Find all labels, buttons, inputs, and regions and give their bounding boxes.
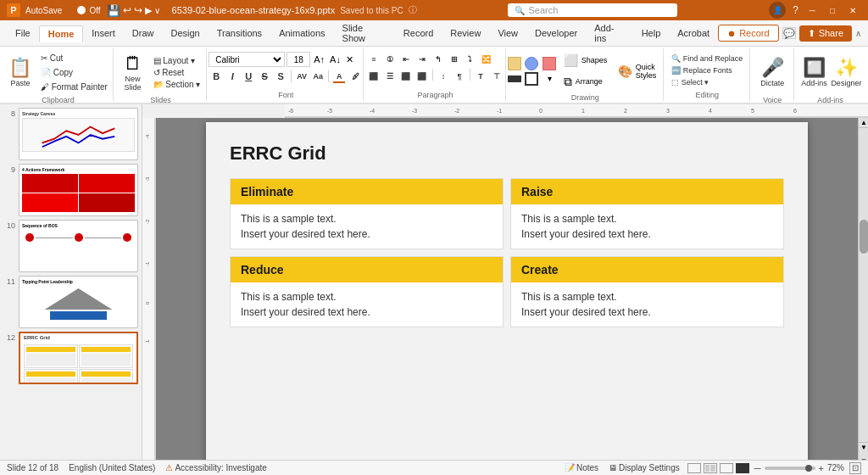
italic-button[interactable]: I [225,69,240,84]
convert-smartart-button[interactable]: 🔀 [479,52,494,67]
tab-review[interactable]: Review [442,25,489,41]
layout-button[interactable]: ▤ Layout ▾ [150,55,204,66]
shape-line[interactable] [508,75,521,82]
font-size-up-icon[interactable]: A↑ [312,53,326,65]
bold-button[interactable]: B [209,69,224,84]
strikethrough-button[interactable]: S [257,69,272,84]
accessibility-status[interactable]: ⚠ Accessibility: Investigate [165,463,266,472]
shadow-button[interactable]: S [273,69,288,84]
shapes-button[interactable]: ⬜ Shapes [562,50,613,70]
section-button[interactable]: 📂 Section ▾ [150,79,204,90]
tab-addins[interactable]: Add-ins [586,20,632,46]
notes-button[interactable]: 📝 Notes [562,463,601,472]
more-qa-icon[interactable]: ∨ [154,6,160,15]
tab-record[interactable]: Record [395,25,442,41]
font-size-down-icon[interactable]: A↓ [328,53,342,65]
slideshow-button[interactable] [736,463,749,473]
tab-transitions[interactable]: Transitions [209,25,270,41]
addins-button[interactable]: 🔲 Add-ins [798,50,829,94]
scrollbar-thumb[interactable] [860,220,868,254]
font-size-input[interactable] [287,52,310,67]
highlight-button[interactable]: 🖊 [348,69,363,84]
tab-home[interactable]: Home [39,25,84,42]
line-spacing-button[interactable]: ↕ [436,69,451,84]
shape-rect-yellow[interactable] [508,57,521,70]
paste-button[interactable]: 📋 Paste [5,50,36,94]
find-replace-button[interactable]: 🔍 Find and Replace [668,53,746,64]
help-icon[interactable]: ? [793,4,798,16]
reset-button[interactable]: ↺ Reset [150,67,204,78]
copy-button[interactable]: 📄 Copy [37,65,111,79]
tab-animations[interactable]: Animations [270,25,333,41]
justify-button[interactable]: ⬛ [415,69,430,84]
user-avatar[interactable]: 👤 [769,2,786,19]
text-box-button[interactable]: T [473,69,488,84]
scroll-up-button[interactable]: ▲ [859,118,868,128]
format-painter-button[interactable]: 🖌 Format Painter [37,80,111,93]
rtl-button[interactable]: ↰ [431,52,446,67]
select-button[interactable]: ⬚ Select ▾ [668,77,712,87]
align-left-button[interactable]: ⬛ [366,69,381,84]
comments-icon[interactable]: 💬 [782,27,796,39]
bullets-button[interactable]: ≡ [366,52,381,67]
slide-item-10[interactable]: 10 Sequence of BOS [3,220,138,272]
font-name-select[interactable]: Calibri [209,52,285,67]
clear-format-icon[interactable]: ✕ [344,53,355,66]
zoom-slider[interactable] [765,467,815,470]
tab-slideshow[interactable]: Slide Show [334,20,395,46]
tab-design[interactable]: Design [162,25,208,41]
quick-styles-button[interactable]: 🎨 QuickStyles [616,61,663,81]
text-align-button[interactable]: ⊤ [489,69,504,84]
align-center-button[interactable]: ☰ [382,69,398,84]
slide-item-11[interactable]: 11 Tipping Point Leadership [3,276,138,328]
minimize-button[interactable]: ─ [804,4,821,16]
font-color-button[interactable]: A [331,69,347,84]
shape-ellipse[interactable] [525,57,538,70]
shape-rect-red[interactable] [542,57,556,70]
tab-acrobat[interactable]: Acrobat [669,25,718,41]
numbering-button[interactable]: ① [382,52,398,67]
fit-slide-button[interactable]: ⊡ [849,462,861,474]
tab-view[interactable]: View [489,25,526,41]
cell-raise[interactable]: Raise This is a sample text. Insert your… [510,178,784,249]
present-icon[interactable]: ▶ [145,5,152,16]
columns-button[interactable]: ⊞ [447,52,462,67]
share-button[interactable]: ⬆ Share [799,25,852,42]
slide-canvas-area[interactable]: ERRC Grid Eliminate This is a sample tex… [156,118,858,466]
slide-item-8[interactable]: 8 Strategy Canvas [3,108,138,160]
slide-sorter-button[interactable] [704,463,717,473]
slide-item-9[interactable]: 9 4 Actions Framework [3,164,138,216]
undo-icon[interactable]: ↩ [123,4,131,16]
designer-button[interactable]: ✨ Designer [831,50,861,94]
decrease-indent-button[interactable]: ⇤ [398,52,414,67]
shape-border-rect[interactable] [525,72,538,86]
underline-button[interactable]: U [241,69,256,84]
redo-icon[interactable]: ↪ [134,4,142,16]
collapse-ribbon-icon[interactable]: ∧ [855,29,861,38]
tab-insert[interactable]: Insert [83,25,124,41]
display-settings-button[interactable]: 🖥 Display Settings [606,463,682,472]
autosave-toggle[interactable] [64,5,86,15]
para-spacing-button[interactable]: ¶ [452,69,467,84]
cut-button[interactable]: ✂ Cut [37,51,111,64]
search-box[interactable]: 🔍 Search [508,3,677,17]
case-button[interactable]: Aa [310,69,326,84]
zoom-in-icon[interactable]: + [819,463,824,473]
slide-item-12[interactable]: 12 ERRC Grid [3,332,138,384]
new-slide-button[interactable]: 🗒 NewSlide [118,50,148,94]
dictate-button[interactable]: 🎤 Dictate [757,50,787,94]
normal-view-button[interactable] [687,463,701,473]
shapes-more-icon[interactable]: ▾ [542,72,556,86]
char-spacing-button[interactable]: AV [294,69,309,84]
align-right-button[interactable]: ⬛ [398,69,414,84]
close-button[interactable]: ✕ [844,4,861,16]
arrange-button[interactable]: ⧉ Arrange [562,71,613,92]
tab-draw[interactable]: Draw [124,25,163,41]
tab-help[interactable]: Help [633,25,670,41]
cell-eliminate[interactable]: Eliminate This is a sample text. Insert … [230,178,504,249]
tab-developer[interactable]: Developer [526,25,586,41]
tab-file[interactable]: File [7,25,39,41]
zoom-out-icon[interactable]: ─ [754,463,761,473]
zoom-control[interactable]: ─ + 72% [754,463,844,473]
increase-indent-button[interactable]: ⇥ [415,52,430,67]
